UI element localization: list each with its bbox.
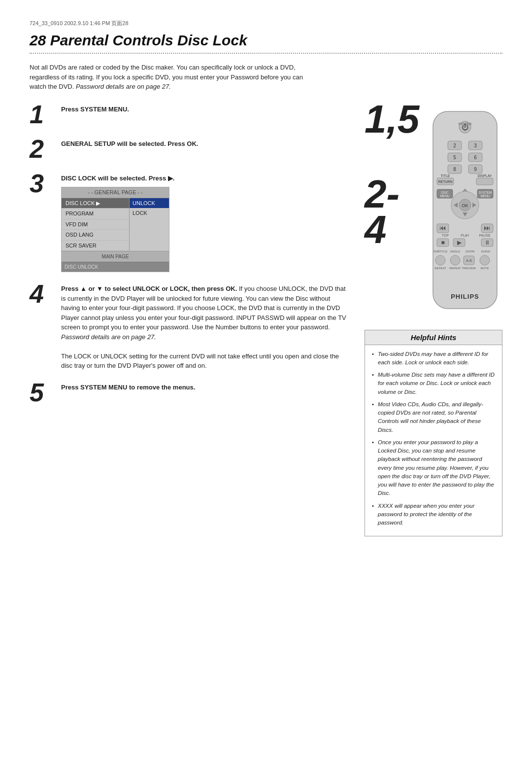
svg-text:REPEAT: REPEAT (434, 267, 446, 270)
svg-text:A-B: A-B (466, 259, 472, 262)
svg-text:PLAY: PLAY (461, 234, 470, 237)
step-4-text-main: Press ▲ or ▼ to select UNLOCK or LOCK, t… (61, 285, 346, 341)
step-3-row: 3 DISC LOCK will be selected. Press ▶. -… (30, 171, 350, 273)
svg-text:REPEAT: REPEAT (449, 267, 461, 270)
step-4-bold-start: Press ▲ or ▼ to select UNLOCK or LOCK, t… (61, 285, 237, 292)
svg-text:OK: OK (462, 203, 468, 208)
svg-point-51 (435, 255, 445, 265)
page-meta: 724_33_0910 2002.9.10 1:46 PM 页面28 (30, 20, 502, 27)
svg-rect-19 (476, 178, 493, 185)
step-5-text: Press SYSTEM MENU to remove the menus. (61, 384, 195, 391)
step-1-text: Press SYSTEM MENU. (61, 105, 129, 113)
hint-item-1: Two-sided DVDs may have a different ID f… (371, 350, 496, 367)
step-1-number: 1 (30, 102, 54, 127)
step-3-content: DISC LOCK will be selected. Press ▶. - -… (61, 171, 174, 273)
menu-bottom-disc-unlock: DISC UNLOCK (62, 262, 169, 272)
svg-text:8: 8 (453, 167, 456, 172)
step-5-content: Press SYSTEM MENU to remove the menus. (61, 380, 195, 392)
step-2-number: 2 (30, 136, 54, 162)
hint-item-5: XXXX will appear when you enter your pas… (371, 502, 496, 527)
right-column: 1,5 2-4 ⏻ POWER 2 (365, 102, 502, 537)
remote-control: ⏻ POWER 2 3 5 6 8 (423, 106, 507, 320)
svg-text:MENU: MENU (440, 194, 450, 198)
step-4-row: 4 Press ▲ or ▼ to select UNLOCK or LOCK,… (30, 281, 350, 371)
svg-point-52 (450, 255, 460, 265)
svg-point-55 (480, 255, 490, 265)
step-4-text-extra: The LOCK or UNLOCK setting for the curre… (61, 352, 339, 370)
svg-text:PAUSE: PAUSE (479, 234, 491, 237)
step-1-row: 1 Press SYSTEM MENU. (30, 102, 350, 127)
menu-right-lock: LOCK (130, 208, 169, 218)
page-container: 724_33_0910 2002.9.10 1:46 PM 页面28 28 Pa… (0, 0, 532, 556)
svg-text:⏭: ⏭ (484, 224, 491, 232)
step-3-text: DISC LOCK will be selected. Press ▶. (61, 175, 174, 182)
svg-text:SUBTITLE: SUBTITLE (433, 250, 448, 253)
helpful-hints-body: Two-sided DVDs may have a different ID f… (365, 345, 502, 536)
big-num-bottom: 2-4 (365, 176, 419, 247)
svg-text:■: ■ (441, 239, 445, 246)
svg-text:POWER: POWER (459, 122, 471, 126)
svg-text:AUDIO: AUDIO (481, 250, 491, 253)
hint-item-3: Most Video CDs, Audio CDs, and illegally… (371, 400, 496, 434)
helpful-hints-title: Helpful Hints (365, 330, 502, 345)
hint-item-4: Once you enter your password to play a L… (371, 438, 496, 498)
step-2-text: GENERAL SETUP will be selected. Press OK… (61, 140, 198, 147)
menu-item-scr-saver: SCR SAVER (62, 241, 129, 251)
step-4-italic: Password details are on page 27. (61, 333, 156, 341)
svg-text:PREVIEW: PREVIEW (462, 267, 476, 270)
svg-text:⏸: ⏸ (484, 239, 490, 246)
helpful-hints-box: Helpful Hints Two-sided DVDs may have a … (365, 330, 502, 537)
svg-text:MUTE: MUTE (481, 267, 489, 270)
hint-item-2: Multi-volume Disc sets may have a differ… (371, 371, 496, 396)
step-4-number: 4 (30, 281, 54, 307)
step-3-number: 3 (30, 171, 54, 196)
menu-right: UNLOCK LOCK (130, 198, 169, 251)
page-title: 28 Parental Controls Disc Lock (30, 32, 502, 49)
step-numbers-large: 1,5 2-4 (365, 102, 419, 247)
svg-text:3: 3 (474, 143, 477, 148)
menu-right-unlock: UNLOCK (130, 198, 169, 209)
menu-item-vfd-dim: VFD DIM (62, 219, 129, 230)
svg-text:DISPLAY: DISPLAY (478, 174, 492, 177)
svg-text:MENU: MENU (481, 194, 490, 198)
menu-bottom-main: MAIN PAGE (62, 251, 169, 262)
step-2-content: GENERAL SETUP will be selected. Press OK… (61, 136, 198, 149)
svg-text:RETURN: RETURN (438, 180, 453, 183)
menu-body: DISC LOCK ▶ PROGRAM VFD DIM OSD LANG SCR… (62, 198, 169, 251)
svg-text:6: 6 (474, 155, 477, 160)
menu-item-program: PROGRAM (62, 209, 129, 219)
section-divider (30, 53, 502, 54)
hints-list: Two-sided DVDs may have a different ID f… (371, 350, 496, 527)
intro-paragraph: Not all DVDs are rated or coded by the D… (30, 63, 315, 92)
menu-mockup: - - GENERAL PAGE - - DISC LOCK ▶ PROGRAM… (61, 187, 169, 272)
svg-text:PHILIPS: PHILIPS (451, 293, 479, 300)
menu-item-osd-lang: OSD LANG (62, 230, 129, 241)
step-5-number: 5 (30, 380, 54, 405)
svg-text:2: 2 (453, 143, 456, 148)
main-layout: 1 Press SYSTEM MENU. 2 GENERAL SETUP wil… (30, 102, 502, 537)
step-5-row: 5 Press SYSTEM MENU to remove the menus. (30, 380, 350, 405)
svg-text:DISC: DISC (441, 191, 449, 194)
step-1-content: Press SYSTEM MENU. (61, 102, 129, 114)
svg-text:TOP: TOP (442, 234, 449, 237)
menu-left: DISC LOCK ▶ PROGRAM VFD DIM OSD LANG SCR… (62, 198, 130, 251)
menu-item-disc-lock: DISC LOCK ▶ (62, 198, 129, 209)
svg-text:TITLE: TITLE (441, 174, 450, 177)
svg-text:ZOOM: ZOOM (466, 250, 474, 253)
svg-text:9: 9 (474, 167, 477, 172)
intro-text-italic: Password details are on page 27. (76, 83, 171, 90)
remote-svg: ⏻ POWER 2 3 5 6 8 (423, 106, 507, 318)
big-num-top: 1,5 (365, 102, 419, 137)
svg-text:▶: ▶ (457, 239, 462, 246)
svg-text:⏮: ⏮ (439, 224, 446, 232)
menu-title: - - GENERAL PAGE - - (62, 187, 169, 198)
left-column: 1 Press SYSTEM MENU. 2 GENERAL SETUP wil… (30, 102, 350, 537)
svg-text:ANGLE: ANGLE (450, 250, 460, 253)
step-4-content: Press ▲ or ▼ to select UNLOCK or LOCK, t… (61, 281, 350, 371)
step-2-row: 2 GENERAL SETUP will be selected. Press … (30, 136, 350, 162)
svg-text:5: 5 (453, 155, 456, 160)
svg-text:SYSTEM: SYSTEM (479, 191, 492, 194)
